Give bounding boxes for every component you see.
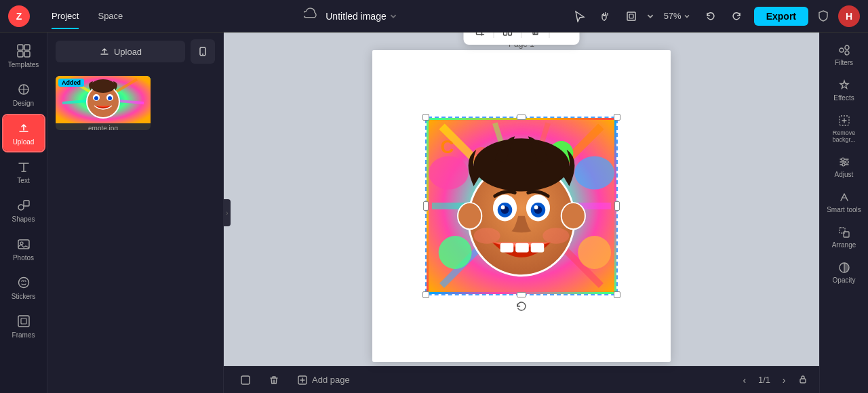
sidebar-item-photos-label: Photos <box>13 254 34 262</box>
sidebar-item-frames[interactable]: Frames <box>3 308 44 344</box>
handle-bottom-right[interactable] <box>614 291 620 298</box>
sidebar-item-stickers-label: Stickers <box>12 293 36 300</box>
svg-point-62 <box>534 205 538 209</box>
frame-tool-button[interactable] <box>620 5 642 27</box>
left-panel: Upload <box>47 33 224 393</box>
right-tool-adjust[interactable]: Adjust <box>823 150 866 184</box>
right-tool-remove-bg-label: Remove backgr... <box>825 129 863 143</box>
panel-collapse-handle[interactable]: › <box>224 199 231 226</box>
page-navigation: ‹ 1/1 › <box>736 372 808 388</box>
sidebar-item-upload-label: Upload <box>13 138 35 146</box>
right-tool-effects[interactable]: Effects <box>823 73 866 107</box>
panel-actions: Upload <box>47 33 223 70</box>
svg-rect-13 <box>21 318 26 324</box>
export-button[interactable]: Export <box>754 7 808 26</box>
canvas-content[interactable]: C <box>224 33 819 366</box>
sidebar-item-templates[interactable]: Templates <box>3 38 44 74</box>
svg-point-45 <box>439 236 472 269</box>
right-tool-opacity[interactable]: Opacity <box>823 255 866 289</box>
svg-rect-65 <box>531 243 545 253</box>
svg-point-73 <box>845 45 849 49</box>
right-tool-remove-bg[interactable]: Remove backgr... <box>823 108 866 148</box>
svg-rect-8 <box>24 201 29 206</box>
sidebar-item-photos[interactable]: Photos <box>3 231 44 267</box>
redo-button[interactable] <box>726 5 747 27</box>
right-tool-adjust-label: Adjust <box>835 171 854 178</box>
nav-project[interactable]: Project <box>42 8 88 24</box>
title-dropdown-button[interactable]: Untitled image <box>326 11 397 22</box>
prev-page-button[interactable]: ‹ <box>736 372 753 388</box>
canvas-image-display: C <box>427 118 616 294</box>
right-tool-arrange[interactable]: Arrange <box>823 220 866 254</box>
zoom-level: 57% <box>664 11 682 21</box>
page-indicator: 1/1 <box>758 375 770 385</box>
image-toolbar <box>464 33 580 45</box>
handle-bottom-mid[interactable] <box>517 292 526 297</box>
topbar-tools: 57% Export H <box>569 5 860 27</box>
svg-point-46 <box>578 236 611 269</box>
svg-point-74 <box>845 51 849 55</box>
right-tool-opacity-label: Opacity <box>833 276 856 284</box>
svg-point-44 <box>574 157 614 190</box>
sidebar-item-text-label: Text <box>17 177 29 184</box>
undo-button[interactable] <box>700 5 722 27</box>
svg-point-54 <box>474 138 570 191</box>
upload-thumbnail[interactable]: Added emote.jpg <box>56 76 151 130</box>
nav-space[interactable]: Space <box>88 8 132 24</box>
sidebar-item-shapes[interactable]: Shapes <box>3 192 44 228</box>
sidebar-item-stickers[interactable]: Stickers <box>3 270 44 306</box>
svg-rect-5 <box>24 51 30 57</box>
crop-tool-button[interactable] <box>469 33 491 42</box>
topbar: Z Project Space Untitled image 57% <box>0 0 868 33</box>
delete-page-button[interactable] <box>263 372 285 388</box>
handle-right-mid[interactable] <box>614 201 620 211</box>
svg-point-10 <box>20 242 23 245</box>
add-page-button[interactable]: Add page <box>292 372 355 388</box>
svg-point-7 <box>18 205 24 210</box>
mobile-icon-button[interactable] <box>191 39 215 64</box>
add-page-label: Add page <box>312 375 350 385</box>
canvas-page: C <box>372 50 671 362</box>
select-tool-button[interactable] <box>569 5 591 27</box>
right-tool-filters[interactable]: Filters <box>823 38 866 72</box>
svg-point-25 <box>108 96 112 100</box>
pan-tool-button[interactable] <box>595 5 616 27</box>
cloud-save-icon <box>304 7 319 25</box>
handle-top-right[interactable] <box>614 114 620 121</box>
handle-top-mid[interactable] <box>517 115 526 120</box>
sidebar-item-frames-label: Frames <box>12 331 35 339</box>
sidebar-icons: Templates Design Upload Text Shapes Phot… <box>0 33 47 393</box>
upload-button-label: Upload <box>114 47 142 57</box>
toolbar-divider-3 <box>549 33 550 38</box>
svg-point-43 <box>429 157 469 190</box>
right-tool-arrange-label: Arrange <box>832 241 856 249</box>
upload-button[interactable]: Upload <box>56 41 185 62</box>
sidebar-item-design-label: Design <box>13 100 34 107</box>
lock-button[interactable] <box>797 373 808 387</box>
svg-point-11 <box>18 278 28 288</box>
app-logo[interactable]: Z <box>8 5 30 27</box>
handle-left-mid[interactable] <box>423 201 429 211</box>
svg-rect-0 <box>627 12 635 20</box>
next-page-button[interactable]: › <box>776 372 792 388</box>
rotate-handle[interactable] <box>515 299 528 313</box>
user-avatar[interactable]: H <box>838 5 860 27</box>
right-tool-smart[interactable]: Smart tools <box>823 185 866 219</box>
more-options-button[interactable] <box>553 33 574 42</box>
delete-element-button[interactable] <box>525 33 547 42</box>
toolbar-divider <box>494 33 494 38</box>
sidebar-item-text[interactable]: Text <box>3 154 44 190</box>
zoom-control[interactable]: 57% <box>658 8 696 24</box>
shield-icon <box>812 5 834 27</box>
sidebar-item-design[interactable]: Design <box>3 77 44 112</box>
svg-rect-3 <box>24 45 30 50</box>
canvas-area: Page 1 <box>224 33 819 393</box>
grid-tool-button[interactable] <box>497 33 519 42</box>
svg-rect-79 <box>840 228 845 233</box>
svg-rect-64 <box>515 243 529 253</box>
page-options-button[interactable] <box>235 372 256 388</box>
canvas-image-element[interactable]: C <box>427 118 616 294</box>
sidebar-item-upload[interactable]: Upload <box>3 115 44 151</box>
handle-bottom-left[interactable] <box>422 291 429 298</box>
handle-top-left[interactable] <box>422 114 429 121</box>
